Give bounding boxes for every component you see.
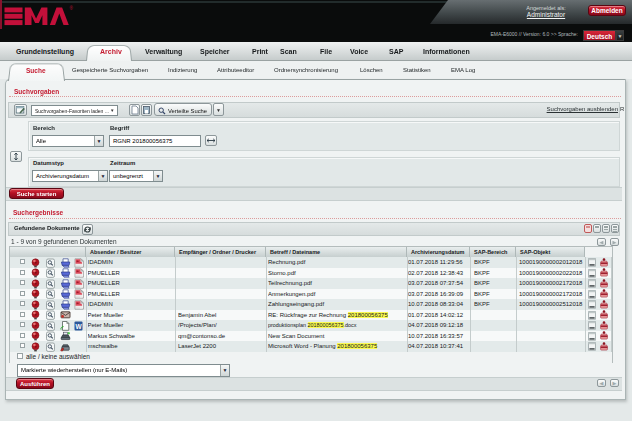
svg-text:®: ® xyxy=(70,5,74,11)
svg-text:W: W xyxy=(76,322,83,329)
